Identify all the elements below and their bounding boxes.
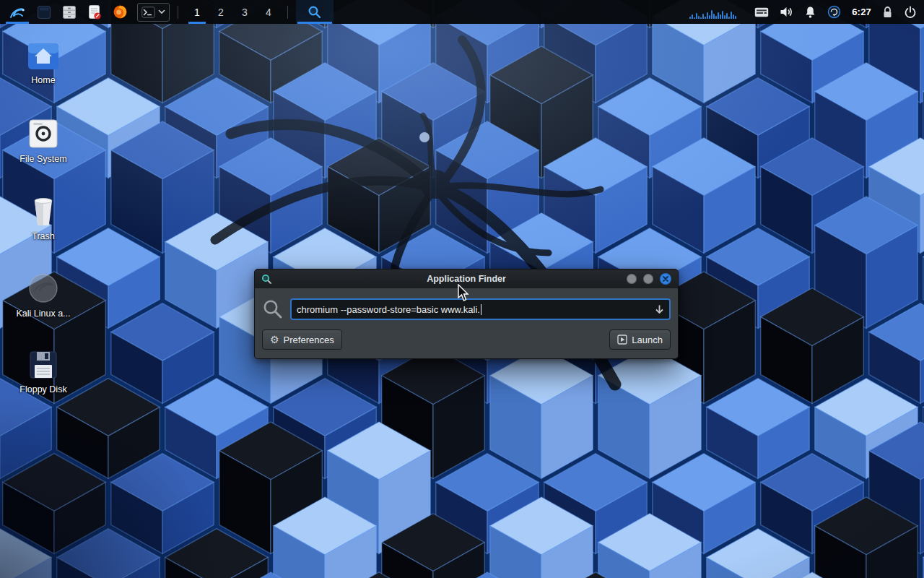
titlebar[interactable]: Application Finder	[255, 269, 678, 288]
application-finder-task-icon	[308, 5, 322, 20]
panel-separator	[178, 6, 178, 19]
application-finder-window-icon	[261, 274, 272, 285]
notifications-bell-icon[interactable]	[804, 0, 816, 24]
close-button[interactable]	[660, 273, 671, 285]
launch-button[interactable]: Launch	[609, 329, 671, 350]
desktop-icon-column: Home File System Trash Kali Linux a...	[9, 40, 78, 427]
terminal-launcher[interactable]	[137, 3, 170, 22]
gear-icon: ⚙	[270, 335, 279, 345]
kali-logo-icon	[9, 4, 26, 21]
updates-status-icon[interactable]	[827, 0, 841, 24]
window-title: Application Finder	[255, 274, 678, 284]
search-icon	[262, 298, 284, 320]
keyboard-layout-icon[interactable]	[754, 0, 769, 24]
chevron-down-icon	[158, 9, 165, 14]
home-folder-icon	[27, 40, 60, 71]
desktop-icon-trash[interactable]: Trash	[9, 195, 78, 244]
lock-screen-icon[interactable]	[882, 0, 893, 24]
preferences-button[interactable]: ⚙ Preferences	[262, 329, 342, 350]
firefox-icon[interactable]	[108, 0, 132, 24]
desktop-icon-floppy-disk[interactable]: Floppy Disk	[9, 350, 78, 399]
text-editor-icon[interactable]	[83, 0, 106, 24]
desktop-icon-kali-installer[interactable]: Kali Linux a...	[9, 272, 78, 322]
minimize-button[interactable]	[627, 274, 637, 284]
finder-body: chromium --password-store=basic www.kali…	[255, 288, 678, 358]
file-system-drive-icon	[27, 118, 59, 150]
text-caret	[481, 304, 481, 315]
panel-separator	[287, 6, 288, 19]
desktop-icon-label: File System	[19, 154, 66, 164]
desktop-icon-label: Kali Linux a...	[16, 309, 70, 319]
top-panel: 1 2 3 4	[0, 0, 924, 24]
system-monitor-graph[interactable]	[689, 6, 736, 19]
taskbar-application-finder[interactable]	[296, 0, 334, 24]
preferences-button-label: Preferences	[284, 335, 334, 345]
show-desktop-icon[interactable]	[32, 0, 56, 24]
workspace-label: 3	[242, 7, 248, 18]
clock[interactable]: 6:27	[852, 7, 871, 17]
workspace-1[interactable]: 1	[186, 0, 208, 24]
kali-installer-icon	[27, 272, 59, 304]
volume-icon[interactable]	[780, 0, 793, 24]
workspace-label: 4	[266, 7, 271, 18]
file-manager-icon[interactable]	[58, 0, 81, 24]
desktop-icon-label: Home	[31, 75, 55, 85]
desktop-icon-label: Trash	[32, 231, 55, 241]
desktop-icon-home[interactable]: Home	[9, 40, 78, 90]
launch-button-label: Launch	[632, 335, 663, 345]
trash-icon	[29, 195, 58, 227]
history-dropdown-icon[interactable]	[655, 304, 664, 314]
system-tray: 6:27	[689, 0, 920, 24]
workspace-4[interactable]: 4	[258, 0, 279, 24]
maximize-button[interactable]	[643, 274, 653, 284]
workspace-label: 1	[194, 7, 200, 18]
launch-run-icon	[617, 335, 627, 345]
window-controls	[627, 273, 671, 285]
desktop-icon-label: Floppy Disk	[19, 384, 66, 394]
desktop-icon-file-system[interactable]: File System	[9, 118, 78, 167]
workspace-3[interactable]: 3	[234, 0, 256, 24]
close-icon	[663, 276, 668, 282]
command-text: chromium --password-store=basic www.kali…	[297, 304, 480, 315]
workspace-2[interactable]: 2	[210, 0, 232, 24]
floppy-disk-icon	[28, 350, 58, 380]
application-finder-window: Application Finder chromium --password-s…	[254, 269, 679, 359]
workspace-label: 2	[218, 7, 224, 18]
applications-menu-button[interactable]	[4, 0, 30, 24]
command-input[interactable]: chromium --password-store=basic www.kali…	[290, 298, 671, 320]
power-logout-icon[interactable]	[904, 0, 917, 24]
terminal-icon	[141, 7, 155, 18]
